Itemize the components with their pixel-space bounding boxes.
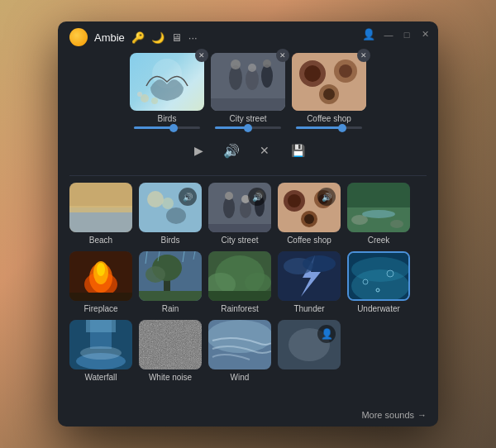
svg-point-6 — [231, 60, 241, 69]
sound-thumb-rain — [139, 251, 202, 301]
sound-label-coffee: Coffee shop — [287, 236, 331, 245]
grid-row-2: Fireplace — [69, 251, 427, 313]
sound-thumb-rainforest — [208, 251, 271, 301]
coffee-volume-icon: 🔊 — [317, 188, 336, 206]
sound-thumb-coffee: 🔊 — [278, 183, 341, 232]
sound-thumb-extra: 👤 — [278, 320, 341, 369]
svg-point-40 — [304, 214, 314, 224]
active-label-coffee: Coffee shop — [307, 114, 351, 123]
active-card-birds: ✕ Birds — [130, 53, 204, 129]
more-icon[interactable]: ··· — [188, 31, 198, 44]
sound-card-waterfall[interactable]: Waterfall — [69, 320, 132, 382]
sound-label-wind: Wind — [231, 373, 250, 382]
more-sounds[interactable]: More sounds → — [58, 407, 438, 427]
active-thumb-coffee — [292, 53, 366, 111]
sound-label-city: City street — [221, 236, 258, 245]
sound-label-birds: Birds — [161, 236, 180, 245]
title-left: Ambie 🔑 🌙 🖥 ··· — [69, 28, 198, 46]
svg-point-28 — [225, 192, 233, 200]
active-thumb-city — [211, 53, 285, 111]
sound-card-thunder[interactable]: Thunder — [278, 251, 341, 313]
svg-rect-83 — [139, 320, 202, 369]
sound-label-creek: Creek — [368, 236, 390, 245]
active-label-birds: Birds — [158, 114, 177, 123]
birds-volume-icon: 🔊 — [179, 188, 197, 206]
sound-card-whitenoise[interactable]: White noise — [139, 320, 202, 382]
active-card-city: ✕ City st — [211, 53, 285, 129]
sound-card-fireplace[interactable]: Fireplace — [69, 251, 132, 313]
sound-card-underwater[interactable]: Underwater — [347, 251, 410, 313]
volume-slider-birds[interactable] — [134, 126, 200, 129]
sound-grid: Beach 🔊 Birds — [58, 179, 438, 407]
svg-point-80 — [80, 346, 122, 360]
sound-thumb-wind — [208, 320, 271, 369]
svg-point-18 — [323, 88, 335, 100]
sound-label-beach: Beach — [89, 236, 112, 245]
volume-slider-coffee[interactable] — [296, 126, 362, 129]
close-city-button[interactable]: ✕ — [276, 49, 289, 62]
close-coffee-button[interactable]: ✕ — [357, 49, 370, 62]
sound-card-birds[interactable]: 🔊 Birds — [139, 183, 202, 245]
svg-rect-33 — [208, 224, 271, 232]
svg-rect-56 — [139, 291, 202, 301]
svg-point-23 — [147, 191, 164, 207]
svg-point-44 — [390, 220, 403, 228]
sound-label-waterfall: Waterfall — [84, 373, 117, 382]
close-birds-button[interactable]: ✕ — [195, 49, 208, 62]
moon-icon[interactable]: 🌙 — [151, 31, 165, 44]
svg-point-16 — [339, 64, 352, 78]
svg-point-3 — [137, 92, 142, 97]
app-window: Ambie 🔑 🌙 🖥 ··· 👤 — □ ✕ ✕ — [58, 21, 438, 427]
sound-card-extra[interactable]: 👤 — [278, 320, 341, 382]
svg-rect-21 — [69, 206, 132, 212]
sound-card-rain[interactable]: Rain — [139, 251, 202, 313]
display-icon[interactable]: 🖥 — [171, 31, 182, 44]
active-section: ✕ Birds — [58, 53, 438, 175]
save-button[interactable]: 💾 — [288, 141, 308, 160]
sound-label-rain: Rain — [162, 304, 179, 313]
sound-thumb-thunder — [278, 251, 341, 301]
svg-point-14 — [304, 65, 321, 82]
sound-thumb-fireplace — [69, 251, 132, 301]
maximize-button[interactable]: □ — [402, 30, 412, 40]
sound-label-whitenoise: White noise — [149, 373, 192, 382]
stop-button[interactable]: ✕ — [255, 141, 274, 160]
app-icon — [69, 28, 88, 46]
svg-rect-11 — [211, 98, 285, 111]
sound-card-city[interactable]: 🔊 City street — [208, 183, 271, 245]
sound-card-wind[interactable]: Wind — [208, 320, 271, 382]
svg-point-25 — [166, 207, 186, 224]
more-sounds-arrow: → — [417, 410, 427, 420]
active-label-city: City street — [229, 114, 266, 123]
svg-point-10 — [263, 60, 271, 68]
svg-point-64 — [245, 273, 271, 293]
sound-label-fireplace: Fireplace — [83, 304, 117, 313]
svg-point-8 — [248, 64, 256, 72]
sound-thumb-birds: 🔊 — [139, 183, 202, 232]
close-button[interactable]: ✕ — [420, 30, 430, 40]
divider — [69, 175, 427, 176]
active-card-coffee: ✕ Coffee shop — [292, 53, 366, 129]
sound-thumb-creek — [347, 183, 410, 232]
svg-point-69 — [303, 255, 336, 272]
svg-point-2 — [151, 98, 158, 104]
sound-card-rainforest[interactable]: Rainforest — [208, 251, 271, 313]
sound-card-creek[interactable]: Creek — [347, 183, 410, 245]
volume-button[interactable]: 🔊 — [222, 141, 241, 160]
grid-row-1: Beach 🔊 Birds — [69, 183, 427, 245]
play-button[interactable]: ▶ — [188, 141, 208, 160]
svg-point-36 — [288, 194, 301, 207]
minimize-button[interactable]: — — [384, 30, 393, 40]
sound-label-rainforest: Rainforest — [221, 304, 259, 313]
sound-card-beach[interactable]: Beach — [69, 183, 132, 245]
profile-icon[interactable]: 👤 — [362, 28, 375, 41]
title-bar: Ambie 🔑 🌙 🖥 ··· 👤 — □ ✕ — [58, 21, 438, 53]
active-cards: ✕ Birds — [71, 53, 425, 129]
svg-point-50 — [97, 263, 105, 276]
sound-card-coffee[interactable]: 🔊 Coffee shop — [278, 183, 341, 245]
extra-icon: 👤 — [317, 325, 336, 343]
volume-slider-city[interactable] — [215, 126, 281, 129]
key-icon[interactable]: 🔑 — [131, 31, 145, 44]
sound-thumb-city: 🔊 — [208, 183, 271, 232]
svg-rect-65 — [208, 291, 271, 301]
